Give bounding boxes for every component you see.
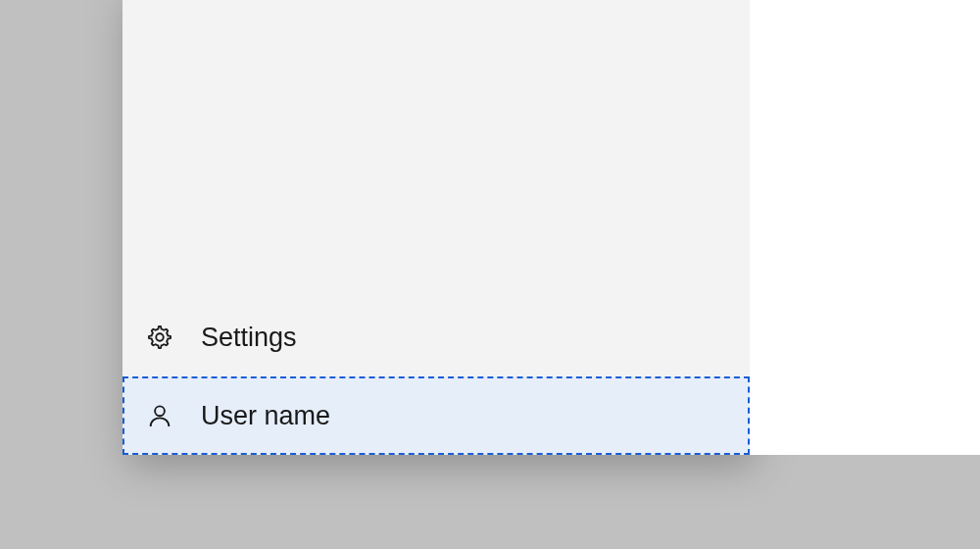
navigation-panel: Settings User name [122,0,750,455]
svg-point-1 [155,406,165,416]
svg-point-0 [156,333,163,340]
user-icon [144,400,175,431]
menu-item-label: Settings [201,323,297,353]
menu-item-settings[interactable]: Settings [122,298,750,376]
gear-icon [144,322,175,353]
menu-item-user[interactable]: User name [122,376,750,455]
content-panel [750,0,980,455]
menu-item-label: User name [201,401,330,431]
